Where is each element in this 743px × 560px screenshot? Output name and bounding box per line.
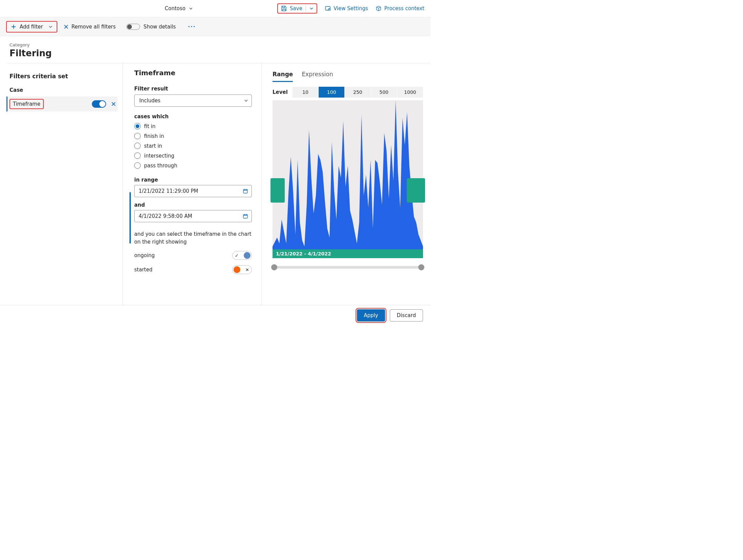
chevron-down-icon [244,99,248,103]
page-header: Category Filtering [0,36,430,63]
svg-rect-3 [243,214,247,218]
process-name: Contoso [165,5,185,12]
chevron-down-icon[interactable] [309,6,314,11]
editor-title: Timeframe [134,69,252,77]
check-icon: ✓ [235,253,239,258]
section-rail [129,192,131,244]
plus-icon [11,24,16,29]
help-text: and you can select the timeframe in the … [134,230,252,246]
top-header: Contoso Save View Settings Process conte… [0,0,430,17]
tab-range[interactable]: Range [273,69,293,82]
svg-marker-4 [273,100,423,249]
ongoing-toggle[interactable]: ✓ [232,251,252,260]
filters-criteria-pane: Filters criteria set Case Timeframe [0,63,123,325]
level-segmented: 10 100 250 500 1000 [293,87,423,98]
range-handle-left[interactable] [270,178,285,203]
radio-start-in[interactable]: start in [134,143,252,149]
save-button[interactable]: Save [281,5,302,12]
discard-button[interactable]: Discard [390,309,423,322]
radio-fit-in[interactable]: fit in [134,123,252,129]
in-range-label: in range [134,177,252,183]
tabs: Range Expression [273,69,423,82]
close-icon: ✕ [245,267,249,272]
radio-intersecting[interactable]: intersecting [134,152,252,159]
slider-thumb-left[interactable] [271,264,277,270]
process-picker[interactable]: Contoso [163,4,195,13]
chart-caption: 1/21/2022 - 4/1/2022 [273,249,423,258]
cases-which-radio-group: fit in finish in start in intersecting p… [134,123,252,169]
chart-pane: Range Expression Level 10 100 250 500 10… [262,63,430,325]
filter-enabled-toggle[interactable] [92,100,106,108]
chart-svg [273,100,423,258]
level-10[interactable]: 10 [293,87,318,98]
show-details-toggle[interactable] [126,24,140,30]
overflow-menu[interactable]: ··· [188,24,196,30]
close-icon [63,24,69,29]
filter-result-select[interactable]: Includes [134,95,252,107]
criteria-group-label: Case [9,87,118,93]
started-label: started [134,267,153,273]
filter-name: Timeframe [9,99,44,109]
started-toggle[interactable]: ✕ [232,265,252,274]
radio-icon [134,123,141,129]
criteria-title: Filters criteria set [9,73,118,80]
ongoing-label: ongoing [134,252,155,258]
level-500[interactable]: 500 [371,87,397,98]
view-settings-button[interactable]: View Settings [325,5,368,12]
save-split-button[interactable]: Save [277,3,317,14]
chevron-down-icon [48,25,53,29]
level-100[interactable]: 100 [318,87,344,98]
slider-thumb-right[interactable] [418,264,424,270]
range-start-input[interactable]: 1/21/2022 11:29:00 PM [134,185,252,197]
footer: Apply Discard [0,305,430,325]
radio-icon [134,152,141,159]
radio-icon [134,162,141,169]
radio-finish-in[interactable]: finish in [134,133,252,139]
svg-rect-2 [243,189,247,193]
save-label: Save [290,5,302,12]
calendar-icon [243,188,248,194]
page-title: Filtering [9,48,430,58]
range-handle-right[interactable] [407,178,425,203]
command-bar: Add filter Remove all filters Show detai… [0,17,430,36]
radio-icon [134,143,141,149]
split-divider [306,5,306,12]
radio-icon [134,133,141,139]
level-1000[interactable]: 1000 [397,87,423,98]
save-icon [281,5,287,12]
remove-filter-button[interactable] [111,101,116,107]
filter-row-timeframe[interactable]: Timeframe [6,97,118,111]
process-context-button[interactable]: Process context [376,5,424,12]
cube-icon [376,5,382,12]
remove-all-filters-button[interactable]: Remove all filters [63,24,116,30]
filter-editor-pane: Timeframe Filter result Includes cases w… [123,63,262,325]
add-filter-button[interactable]: Add filter [6,21,57,33]
tab-expression[interactable]: Expression [302,69,333,82]
level-label: Level [273,89,288,95]
apply-button[interactable]: Apply [357,309,385,322]
level-250[interactable]: 250 [344,87,370,98]
filter-result-label: Filter result [134,86,252,92]
chevron-down-icon [189,6,193,11]
cases-which-label: cases which [134,113,252,120]
range-chart[interactable]: 1/21/2022 - 4/1/2022 [273,100,423,270]
range-slider[interactable] [273,265,423,270]
and-label: and [134,202,252,208]
view-settings-icon [325,5,331,12]
close-icon [111,101,116,107]
range-end-input[interactable]: 4/1/2022 9:58:00 AM [134,210,252,222]
calendar-icon [243,213,248,219]
show-details-label: Show details [143,24,176,30]
radio-pass-through[interactable]: pass through [134,162,252,169]
category-eyebrow: Category [9,42,430,47]
